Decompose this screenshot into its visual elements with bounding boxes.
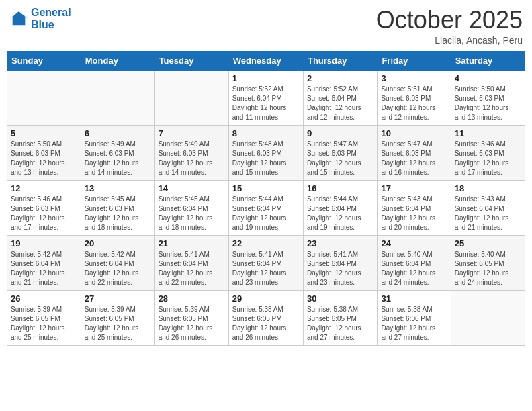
day-cell: 11Sunrise: 5:46 AM Sunset: 6:03 PM Dayli… [451, 125, 525, 180]
day-number: 6 [85, 128, 151, 138]
day-cell: 23Sunrise: 5:41 AM Sunset: 6:04 PM Dayli… [303, 235, 377, 290]
weekday-header-tuesday: Tuesday [154, 51, 228, 70]
day-info: Sunrise: 5:39 AM Sunset: 6:05 PM Dayligh… [85, 305, 151, 342]
week-row-1: 1Sunrise: 5:52 AM Sunset: 6:04 PM Daylig… [7, 70, 525, 125]
day-cell: 26Sunrise: 5:39 AM Sunset: 6:05 PM Dayli… [7, 290, 81, 345]
day-number: 15 [232, 183, 300, 193]
day-info: Sunrise: 5:51 AM Sunset: 6:03 PM Dayligh… [381, 85, 447, 122]
day-info: Sunrise: 5:38 AM Sunset: 6:05 PM Dayligh… [232, 305, 300, 342]
location: Llaclla, Ancash, Peru [376, 35, 523, 46]
day-number: 3 [381, 73, 447, 83]
day-cell: 2Sunrise: 5:52 AM Sunset: 6:04 PM Daylig… [303, 70, 377, 125]
week-row-3: 12Sunrise: 5:46 AM Sunset: 6:03 PM Dayli… [7, 180, 525, 235]
day-cell: 22Sunrise: 5:41 AM Sunset: 6:04 PM Dayli… [228, 235, 303, 290]
day-cell: 10Sunrise: 5:47 AM Sunset: 6:03 PM Dayli… [378, 125, 451, 180]
day-info: Sunrise: 5:45 AM Sunset: 6:04 PM Dayligh… [159, 195, 225, 232]
logo-text: General Blue [31, 7, 71, 30]
calendar: SundayMondayTuesdayWednesdayThursdayFrid… [7, 51, 525, 346]
day-cell: 24Sunrise: 5:40 AM Sunset: 6:04 PM Dayli… [378, 235, 451, 290]
day-info: Sunrise: 5:42 AM Sunset: 6:04 PM Dayligh… [11, 250, 77, 287]
day-cell: 31Sunrise: 5:38 AM Sunset: 6:06 PM Dayli… [378, 290, 451, 345]
day-cell: 3Sunrise: 5:51 AM Sunset: 6:03 PM Daylig… [378, 70, 451, 125]
day-number: 24 [381, 238, 447, 248]
day-number: 18 [455, 183, 521, 193]
day-cell: 18Sunrise: 5:43 AM Sunset: 6:04 PM Dayli… [451, 180, 525, 235]
page: General Blue October 2025 Llaclla, Ancas… [0, 0, 532, 411]
day-number: 31 [381, 293, 447, 304]
day-info: Sunrise: 5:40 AM Sunset: 6:05 PM Dayligh… [455, 250, 521, 287]
day-number: 9 [307, 128, 373, 138]
day-cell: 5Sunrise: 5:50 AM Sunset: 6:03 PM Daylig… [7, 125, 81, 180]
day-cell: 17Sunrise: 5:43 AM Sunset: 6:04 PM Dayli… [378, 180, 451, 235]
day-info: Sunrise: 5:47 AM Sunset: 6:03 PM Dayligh… [381, 140, 447, 177]
day-cell: 15Sunrise: 5:44 AM Sunset: 6:04 PM Dayli… [228, 180, 303, 235]
day-number: 27 [85, 293, 151, 304]
weekday-header-monday: Monday [81, 51, 154, 70]
day-number: 26 [11, 293, 77, 304]
day-number: 17 [381, 183, 447, 193]
day-number: 1 [232, 73, 300, 83]
day-number: 30 [307, 293, 373, 304]
month-title: October 2025 [376, 7, 523, 34]
week-row-2: 5Sunrise: 5:50 AM Sunset: 6:03 PM Daylig… [7, 125, 525, 180]
day-cell: 13Sunrise: 5:45 AM Sunset: 6:03 PM Dayli… [81, 180, 154, 235]
weekday-header-row: SundayMondayTuesdayWednesdayThursdayFrid… [7, 51, 525, 70]
week-row-5: 26Sunrise: 5:39 AM Sunset: 6:05 PM Dayli… [7, 290, 525, 345]
day-cell: 6Sunrise: 5:49 AM Sunset: 6:03 PM Daylig… [81, 125, 154, 180]
logo-icon [9, 9, 28, 28]
week-row-4: 19Sunrise: 5:42 AM Sunset: 6:04 PM Dayli… [7, 235, 525, 290]
day-info: Sunrise: 5:52 AM Sunset: 6:04 PM Dayligh… [232, 85, 300, 122]
day-cell: 29Sunrise: 5:38 AM Sunset: 6:05 PM Dayli… [228, 290, 303, 345]
day-info: Sunrise: 5:43 AM Sunset: 6:04 PM Dayligh… [381, 195, 447, 232]
day-info: Sunrise: 5:49 AM Sunset: 6:03 PM Dayligh… [159, 140, 225, 177]
weekday-header-thursday: Thursday [303, 51, 377, 70]
day-cell: 9Sunrise: 5:47 AM Sunset: 6:03 PM Daylig… [303, 125, 377, 180]
day-number: 29 [232, 293, 300, 304]
day-cell: 4Sunrise: 5:50 AM Sunset: 6:03 PM Daylig… [451, 70, 525, 125]
weekday-header-saturday: Saturday [451, 51, 525, 70]
day-cell: 12Sunrise: 5:46 AM Sunset: 6:03 PM Dayli… [7, 180, 81, 235]
day-info: Sunrise: 5:38 AM Sunset: 6:06 PM Dayligh… [381, 305, 447, 342]
day-cell [7, 70, 81, 125]
day-info: Sunrise: 5:44 AM Sunset: 6:04 PM Dayligh… [307, 195, 373, 232]
day-info: Sunrise: 5:42 AM Sunset: 6:04 PM Dayligh… [85, 250, 151, 287]
day-number: 10 [381, 128, 447, 138]
day-number: 19 [11, 238, 77, 248]
day-info: Sunrise: 5:46 AM Sunset: 6:03 PM Dayligh… [11, 195, 77, 232]
day-cell: 1Sunrise: 5:52 AM Sunset: 6:04 PM Daylig… [228, 70, 303, 125]
day-cell: 25Sunrise: 5:40 AM Sunset: 6:05 PM Dayli… [451, 235, 525, 290]
day-number: 14 [159, 183, 225, 193]
day-info: Sunrise: 5:41 AM Sunset: 6:04 PM Dayligh… [232, 250, 300, 287]
day-info: Sunrise: 5:41 AM Sunset: 6:04 PM Dayligh… [307, 250, 373, 287]
day-cell: 8Sunrise: 5:48 AM Sunset: 6:03 PM Daylig… [228, 125, 303, 180]
day-number: 13 [85, 183, 151, 193]
day-info: Sunrise: 5:52 AM Sunset: 6:04 PM Dayligh… [307, 85, 373, 122]
day-cell: 21Sunrise: 5:41 AM Sunset: 6:04 PM Dayli… [154, 235, 228, 290]
day-number: 28 [159, 293, 225, 304]
weekday-header-wednesday: Wednesday [228, 51, 303, 70]
day-cell: 14Sunrise: 5:45 AM Sunset: 6:04 PM Dayli… [154, 180, 228, 235]
weekday-header-friday: Friday [378, 51, 451, 70]
day-cell: 20Sunrise: 5:42 AM Sunset: 6:04 PM Dayli… [81, 235, 154, 290]
day-number: 7 [159, 128, 225, 138]
title-area: October 2025 Llaclla, Ancash, Peru [376, 7, 523, 46]
header: General Blue October 2025 Llaclla, Ancas… [7, 7, 525, 46]
day-cell: 7Sunrise: 5:49 AM Sunset: 6:03 PM Daylig… [154, 125, 228, 180]
day-info: Sunrise: 5:39 AM Sunset: 6:05 PM Dayligh… [159, 305, 225, 342]
day-number: 16 [307, 183, 373, 193]
day-number: 25 [455, 238, 521, 248]
day-cell: 27Sunrise: 5:39 AM Sunset: 6:05 PM Dayli… [81, 290, 154, 345]
day-info: Sunrise: 5:47 AM Sunset: 6:03 PM Dayligh… [307, 140, 373, 177]
day-info: Sunrise: 5:44 AM Sunset: 6:04 PM Dayligh… [232, 195, 300, 232]
day-number: 23 [307, 238, 373, 248]
weekday-header-sunday: Sunday [7, 51, 81, 70]
day-info: Sunrise: 5:40 AM Sunset: 6:04 PM Dayligh… [381, 250, 447, 287]
day-number: 12 [11, 183, 77, 193]
logo: General Blue [9, 7, 71, 30]
day-info: Sunrise: 5:46 AM Sunset: 6:03 PM Dayligh… [455, 140, 521, 177]
day-cell: 19Sunrise: 5:42 AM Sunset: 6:04 PM Dayli… [7, 235, 81, 290]
day-cell: 28Sunrise: 5:39 AM Sunset: 6:05 PM Dayli… [154, 290, 228, 345]
day-number: 5 [11, 128, 77, 138]
day-info: Sunrise: 5:45 AM Sunset: 6:03 PM Dayligh… [85, 195, 151, 232]
day-info: Sunrise: 5:50 AM Sunset: 6:03 PM Dayligh… [455, 85, 521, 122]
